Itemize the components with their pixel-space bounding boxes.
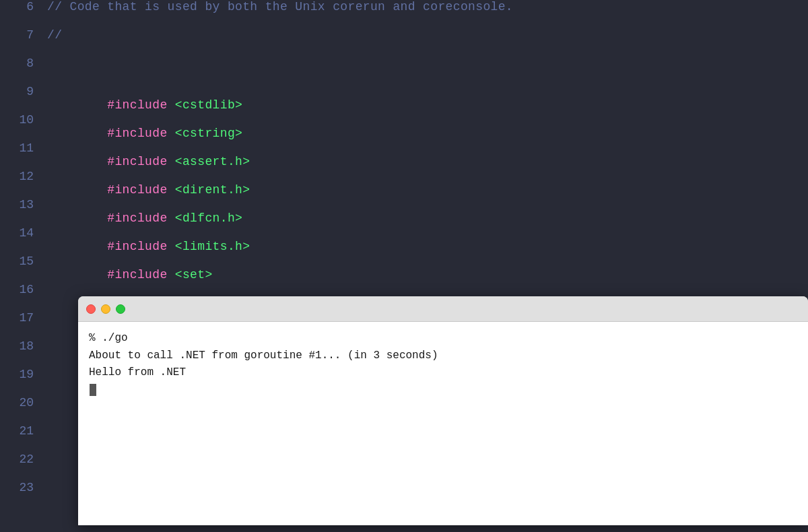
- keyword-14: #include: [107, 240, 167, 253]
- terminal-output-1: About to call .NET from goroutine #1... …: [89, 347, 797, 365]
- path-9: <cstdlib>: [168, 98, 243, 112]
- code-line-13: 13 #include <dlfcn.h>: [0, 198, 808, 226]
- code-line-7: 7 //: [0, 28, 808, 57]
- keyword-13: #include: [107, 211, 167, 225]
- line-number-22: 22: [0, 453, 47, 466]
- terminal-cursor-line: [89, 382, 797, 399]
- close-button[interactable]: [86, 304, 96, 314]
- terminal-window: % ./go About to call .NET from goroutine…: [78, 296, 808, 525]
- line-number-17: 17: [0, 311, 47, 325]
- line-number-7: 7: [0, 28, 47, 42]
- line-number-13: 13: [0, 198, 47, 211]
- line-number-20: 20: [0, 396, 47, 409]
- path-11: <assert.h>: [168, 155, 250, 168]
- line-content-15: #include <set>: [47, 255, 213, 295]
- line-number-19: 19: [0, 368, 47, 381]
- line-number-18: 18: [0, 339, 47, 353]
- terminal-prompt: % ./go: [89, 330, 797, 347]
- keyword-12: #include: [107, 183, 167, 197]
- path-12: <dirent.h>: [168, 183, 250, 197]
- keyword-9: #include: [107, 98, 167, 112]
- line-content-7: //: [47, 28, 62, 42]
- code-line-8: 8: [0, 57, 808, 85]
- line-number-8: 8: [0, 57, 47, 70]
- line-number-11: 11: [0, 141, 47, 155]
- terminal-cursor: [90, 384, 96, 396]
- keyword-10: #include: [107, 127, 167, 140]
- line-content-6: // Code that is used by both the Unix co…: [47, 0, 513, 13]
- minimize-button[interactable]: [101, 304, 110, 314]
- line-number-15: 15: [0, 255, 47, 268]
- editor-container: 6 // Code that is used by both the Unix …: [0, 0, 808, 532]
- line-number-10: 10: [0, 113, 47, 127]
- keyword-15: #include: [107, 268, 167, 281]
- line-number-12: 12: [0, 170, 47, 183]
- path-10: <cstring>: [168, 127, 243, 140]
- line-number-21: 21: [0, 424, 47, 438]
- code-line-10: 10 #include <cstring>: [0, 113, 808, 141]
- code-line-14: 14 #include <limits.h>: [0, 226, 808, 255]
- line-number-14: 14: [0, 226, 47, 240]
- line-number-9: 9: [0, 85, 47, 98]
- terminal-body[interactable]: % ./go About to call .NET from goroutine…: [78, 322, 808, 525]
- code-line-15: 15 #include <set>: [0, 255, 808, 283]
- keyword-11: #include: [107, 155, 167, 168]
- line-number-23: 23: [0, 481, 47, 494]
- line-number-16: 16: [0, 283, 47, 296]
- code-line-12: 12 #include <dirent.h>: [0, 170, 808, 198]
- line-number-6: 6: [0, 0, 47, 13]
- code-line-9: 9 #include <cstdlib>: [0, 85, 808, 113]
- maximize-button[interactable]: [116, 304, 125, 314]
- terminal-output-2: Hello from .NET: [89, 364, 797, 382]
- code-line-6: 6 // Code that is used by both the Unix …: [0, 0, 808, 28]
- path-13: <dlfcn.h>: [168, 211, 243, 225]
- code-line-11: 11 #include <assert.h>: [0, 141, 808, 170]
- path-14: <limits.h>: [168, 240, 250, 253]
- path-15: <set>: [168, 268, 213, 281]
- terminal-titlebar: [78, 296, 808, 322]
